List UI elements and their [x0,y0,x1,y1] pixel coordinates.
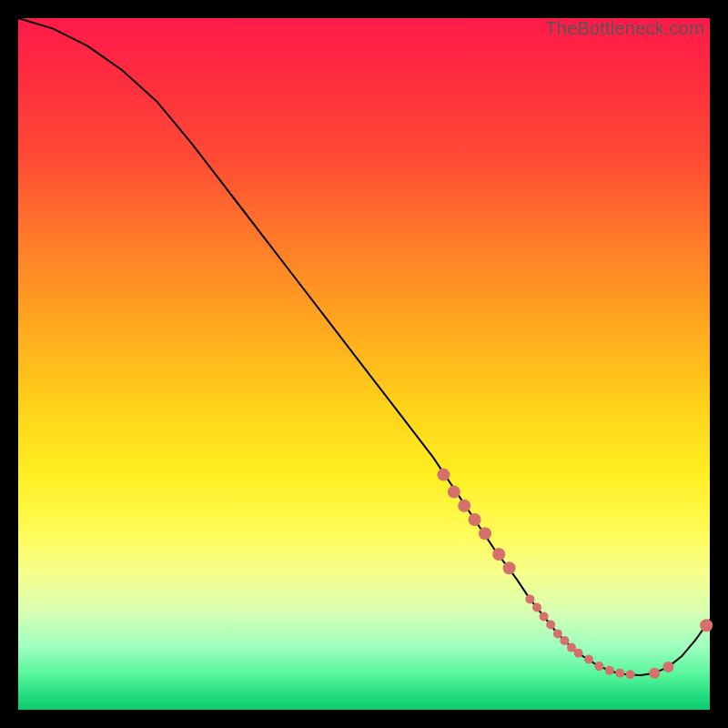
data-point [584,655,593,664]
data-point [546,621,555,630]
data-point [479,527,491,540]
data-point [560,636,569,645]
marker-group [437,469,713,680]
curve-layer [18,18,710,710]
data-point [626,670,635,679]
data-point [458,500,470,512]
data-point [615,669,624,678]
data-point [553,629,562,638]
data-point [469,513,481,526]
bottleneck-curve [18,18,710,675]
data-point [649,668,660,679]
data-point [662,662,673,672]
data-point [525,594,534,603]
data-point [492,548,505,561]
chart-frame: TheBottleneck.com [0,0,728,728]
data-point [574,649,583,658]
data-point [700,619,713,632]
data-point [532,603,541,612]
data-point [437,469,450,481]
data-point [540,612,549,621]
data-point [448,486,460,499]
data-point [605,666,614,675]
data-point [594,662,603,671]
plot-area: TheBottleneck.com [18,18,710,710]
data-point [503,561,516,574]
